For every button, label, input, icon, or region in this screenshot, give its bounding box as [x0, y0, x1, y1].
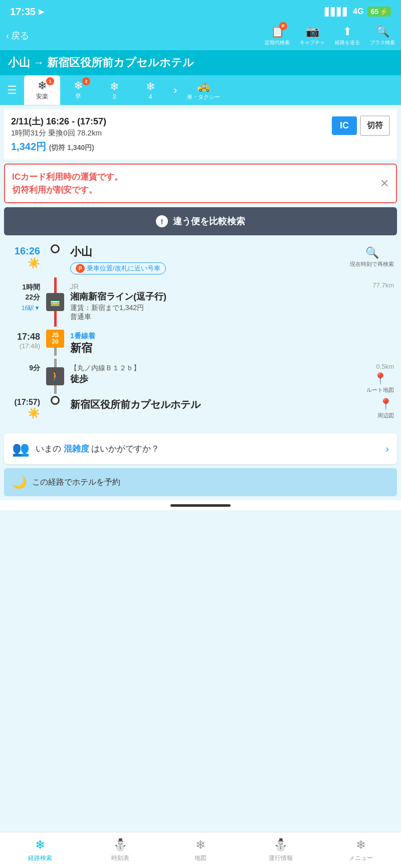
- ic-button[interactable]: IC: [332, 116, 357, 135]
- route-map-button[interactable]: 📍 ルート地図: [366, 372, 394, 394]
- snow-icon-3: ❄: [110, 80, 119, 93]
- share-icon: ⬆: [343, 25, 352, 38]
- snow-icon-2: ❄: [74, 79, 83, 92]
- transfer-time: 17:48: [17, 332, 40, 342]
- route-from: 小山: [8, 56, 30, 69]
- recheck-button[interactable]: 🔍 現在時刻で再検索: [350, 244, 394, 267]
- hotel-banner[interactable]: 🌙 この経路でホテルを予約: [4, 468, 397, 496]
- search-tab-icon: ❄: [35, 838, 45, 852]
- hotel-text: この経路でホテルを予約: [32, 477, 120, 488]
- summary-card: 2/11(土) 16:26 - (17:57) 1時間31分 乗換0回 78.2…: [4, 109, 397, 160]
- arrival-time-col: (17:57) ☀️: [5, 396, 40, 419]
- seg1-duration: 1時間22分: [22, 282, 40, 302]
- arrival-circle: [51, 396, 60, 405]
- signal-icon: ▋▋▋▋: [325, 7, 349, 17]
- bottom-tab-timetable[interactable]: ⛄ 時刻表: [80, 832, 160, 868]
- walk-segment-row: 9分 🚶 【丸ノ内線Ｂ１２ｂ】 徒歩 0.5km 📍 ルート地図: [0, 359, 401, 394]
- walk-label: 徒歩: [70, 373, 360, 385]
- departure-station-row: 16:26 ☀️ 小山 P 乗車位置/改札に近い号車 🔍 現在時刻で再検索: [0, 241, 401, 277]
- area-map-button[interactable]: 📍 周辺図: [377, 396, 394, 419]
- tab-3[interactable]: ❄ 3: [96, 75, 132, 105]
- tab-menu-button[interactable]: ☰: [0, 75, 24, 105]
- tab-more-button[interactable]: ›: [168, 75, 182, 105]
- transfer-station-name: 新宿: [70, 341, 394, 356]
- teiki-badge: P: [279, 22, 287, 30]
- taxi-icon: 🚕: [197, 79, 211, 92]
- back-button[interactable]: ‹ 戻る: [6, 30, 29, 42]
- tab-yasui-badge: 1: [46, 77, 54, 85]
- back-chevron-icon: ‹: [6, 31, 9, 41]
- map-pin-icon: 📍: [373, 372, 387, 385]
- bottom-tabs: ❄ 経路検索 ⛄ 時刻表 ❄ 地図 ⛄ 運行情報 ❄ メニュー: [0, 832, 401, 868]
- capture-icon: 📷: [306, 25, 319, 38]
- arrival-station-row: (17:57) ☀️ 新宿区役所前カプセルホテル 📍 周辺図: [0, 394, 401, 421]
- battery-icon: ⚡: [379, 8, 388, 16]
- line-gray-walk-top: [54, 359, 57, 367]
- teiki-search-button[interactable]: 📋 P 定期代検索: [265, 25, 290, 46]
- operation-tab-icon: ⛄: [273, 838, 288, 852]
- summary-price: 1,342円 (切符 1,340円): [11, 140, 106, 154]
- departure-time-col: 16:26 ☀️: [5, 244, 40, 269]
- seg1-fare: 運賃：新宿まで1,342円: [70, 304, 366, 313]
- top-nav: ‹ 戻る 📋 P 定期代検索 📷 キャプチャ ⬆ 経路を送る 🔍 プラス検索: [0, 22, 401, 50]
- teiki-icon: 📋 P: [271, 25, 284, 38]
- compare-button[interactable]: ! 違う便を比較検索: [4, 207, 397, 235]
- kippu-button[interactable]: 切符: [360, 115, 390, 136]
- route-detail: 16:26 ☀️ 小山 P 乗車位置/改札に近い号車 🔍 現在時刻で再検索 1時…: [0, 241, 401, 429]
- bottom-tab-menu[interactable]: ❄ メニュー: [321, 832, 401, 868]
- seg1-line-name: 湘南新宿ライン(逗子行): [70, 291, 366, 303]
- share-route-button[interactable]: ⬆ 経路を送る: [335, 25, 360, 46]
- teiki-label: 定期代検索: [265, 39, 290, 46]
- line-red-seg1-top: [54, 277, 57, 293]
- bottom-tab-map[interactable]: ❄ 地図: [160, 832, 241, 868]
- nav-icons: 📋 P 定期代検索 📷 キャプチャ ⬆ 経路を送る 🔍 プラス検索: [29, 25, 395, 46]
- status-right: ▋▋▋▋ 4G 65 ⚡: [325, 7, 391, 17]
- capture-button[interactable]: 📷 キャプチャ: [300, 25, 325, 46]
- bottom-tab-search[interactable]: ❄ 経路検索: [0, 832, 80, 868]
- departure-station-name: 小山: [70, 244, 344, 259]
- tab-taxi[interactable]: 🚕 車・タクシー: [182, 75, 225, 105]
- congestion-banner[interactable]: 👥 いまの 混雑度 はいかがですか？ ›: [4, 433, 397, 464]
- plus-search-button[interactable]: 🔍 プラス検索: [370, 25, 395, 46]
- congestion-text: いまの 混雑度 はいかがですか？: [36, 443, 379, 455]
- seg1-operator: JR: [70, 282, 366, 291]
- plus-search-icon: 🔍: [376, 25, 389, 38]
- line-gray-transfer: [54, 348, 57, 356]
- menu-icon: ☰: [7, 84, 17, 97]
- route-arrow: →: [33, 56, 44, 69]
- ic-buttons: IC 切符: [332, 115, 390, 136]
- seg1-stations[interactable]: 16駅▼: [22, 304, 40, 313]
- transfer-time-col: 17:48 (17:48): [5, 330, 40, 356]
- location-icon: ▶: [39, 8, 44, 16]
- warning-line2: 切符利用が割安です。: [12, 184, 123, 197]
- tabs-row: ☰ ❄ 1 安楽 ❄ 2 早 ❄ 3 ❄ 4 › 🚕 車・タクシー: [0, 75, 401, 105]
- tab-4[interactable]: ❄ 4: [132, 75, 168, 105]
- price-value: 1,342円: [11, 141, 46, 152]
- tab-hayai[interactable]: ❄ 2 早: [60, 75, 96, 105]
- tab-hayai-badge: 2: [82, 77, 90, 85]
- snow-icon-1: ❄: [38, 79, 47, 92]
- tab-yasui[interactable]: ❄ 1 安楽: [24, 75, 60, 105]
- map-tab-label: 地図: [194, 854, 207, 862]
- warning-line1: ICカード利用時の運賃です。: [12, 171, 123, 184]
- warning-close-button[interactable]: ✕: [380, 177, 389, 190]
- network-label: 4G: [353, 7, 363, 16]
- js-line-badge: JS 20: [46, 330, 64, 348]
- transfer-platform: 1番線着: [70, 332, 394, 341]
- walk-right: 0.5km 📍 ルート地図: [366, 359, 394, 394]
- congestion-text2: はいかがですか？: [91, 444, 159, 454]
- congestion-icon: 👥: [12, 441, 30, 457]
- departure-time: 16:26: [15, 245, 40, 257]
- boarding-position-badge[interactable]: P 乗車位置/改札に近い号車: [70, 262, 166, 274]
- walk-info: 【丸ノ内線Ｂ１２ｂ】 徒歩: [70, 359, 360, 394]
- arrival-station-name: 新宿区役所前カプセルホテル: [70, 398, 371, 411]
- transfer-station-row: 17:48 (17:48) JS 20 1番線着 新宿: [0, 327, 401, 359]
- walk-via: 【丸ノ内線Ｂ１２ｂ】: [70, 364, 360, 373]
- hotel-icon: 🌙: [12, 475, 27, 489]
- taxi-label: 車・タクシー: [187, 93, 220, 101]
- segment1-row: 1時間22分 16駅▼ 🚃 JR 湘南新宿ライン(逗子行) 運賃：新宿まで1,3…: [0, 277, 401, 327]
- seg1-timeline: 🚃: [46, 277, 64, 327]
- congestion-arrow-icon: ›: [385, 443, 389, 455]
- bottom-tab-operation[interactable]: ⛄ 運行情報: [241, 832, 321, 868]
- departure-timeline: [46, 244, 64, 253]
